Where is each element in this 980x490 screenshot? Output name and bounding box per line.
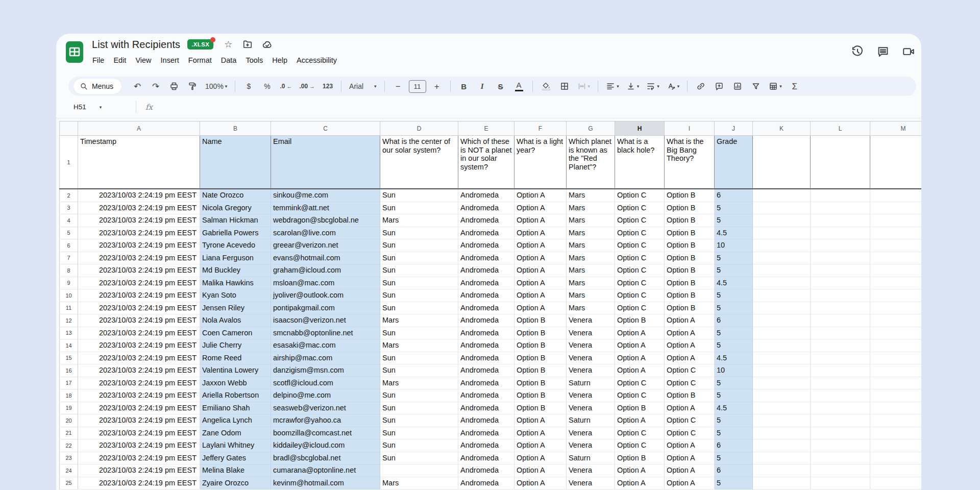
menu-insert[interactable]: Insert bbox=[156, 54, 184, 66]
cell-I17[interactable]: Option C bbox=[665, 377, 715, 390]
cell-D8[interactable]: Sun bbox=[380, 264, 458, 277]
cell-J7[interactable]: 5 bbox=[715, 252, 753, 265]
cell-I21[interactable]: Option C bbox=[665, 427, 715, 440]
cell-G6[interactable]: Mars bbox=[567, 239, 615, 252]
cell-H23[interactable]: Option B bbox=[615, 452, 665, 465]
column-header-K[interactable]: K bbox=[753, 121, 811, 136]
cell-A16[interactable]: 2023/10/03 2:24:19 pm EEST bbox=[78, 364, 200, 377]
cell-C24[interactable]: cumarana@optonline.net bbox=[271, 464, 380, 477]
column-header-M[interactable]: M bbox=[870, 121, 921, 136]
cell-J14[interactable]: 5 bbox=[715, 339, 753, 352]
cell-J13[interactable]: 5 bbox=[715, 327, 753, 340]
cell-L20[interactable] bbox=[811, 414, 870, 427]
cell-A9[interactable]: 2023/10/03 2:24:19 pm EEST bbox=[78, 277, 200, 290]
cell-K15[interactable] bbox=[753, 352, 811, 365]
cell-F9[interactable]: Option A bbox=[514, 277, 567, 290]
menu-edit[interactable]: Edit bbox=[109, 54, 131, 66]
cell-A1[interactable]: Timestamp bbox=[78, 136, 200, 188]
column-header-D[interactable]: D bbox=[380, 121, 458, 136]
cell-F18[interactable]: Option B bbox=[514, 389, 567, 402]
cell-I25[interactable]: Option A bbox=[665, 477, 715, 490]
cell-F8[interactable]: Option A bbox=[514, 264, 567, 277]
cell-H17[interactable]: Option C bbox=[615, 377, 665, 390]
cell-E16[interactable]: Andromeda bbox=[458, 364, 514, 377]
cell-E20[interactable]: Andromeda bbox=[458, 414, 514, 427]
cell-D25[interactable]: Mars bbox=[380, 477, 458, 490]
cell-E7[interactable]: Andromeda bbox=[458, 252, 514, 265]
cell-K20[interactable] bbox=[753, 414, 811, 427]
cell-C21[interactable]: boomzilla@comcast.net bbox=[271, 427, 380, 440]
cell-B20[interactable]: Angelica Lynch bbox=[200, 414, 271, 427]
star-icon[interactable]: ☆ bbox=[222, 38, 235, 51]
cell-A13[interactable]: 2023/10/03 2:24:19 pm EEST bbox=[78, 327, 200, 340]
cell-D22[interactable]: Sun bbox=[380, 439, 458, 452]
cell-D24[interactable] bbox=[380, 464, 458, 477]
column-header-B[interactable]: B bbox=[200, 121, 271, 136]
cell-C5[interactable]: scarolan@live.com bbox=[271, 227, 380, 240]
cell-H1[interactable]: What is a black hole? bbox=[615, 136, 665, 188]
cell-E17[interactable]: Andromeda bbox=[458, 377, 514, 390]
row-header-11[interactable]: 11 bbox=[59, 302, 78, 315]
cell-G25[interactable]: Venera bbox=[567, 477, 615, 490]
menus-search-button[interactable]: Menus bbox=[74, 79, 121, 94]
cell-A21[interactable]: 2023/10/03 2:24:19 pm EEST bbox=[78, 427, 200, 440]
cell-B12[interactable]: Nola Avalos bbox=[200, 314, 271, 327]
cell-A4[interactable]: 2023/10/03 2:24:19 pm EEST bbox=[78, 214, 200, 227]
cell-H11[interactable]: Option C bbox=[615, 302, 665, 315]
cell-D23[interactable]: Sun bbox=[380, 452, 458, 465]
cell-C6[interactable]: greear@verizon.net bbox=[271, 239, 380, 252]
cell-G16[interactable]: Venera bbox=[567, 364, 615, 377]
cell-L25[interactable] bbox=[811, 477, 870, 490]
cell-C3[interactable]: temmink@att.net bbox=[271, 202, 380, 215]
cell-E15[interactable]: Andromeda bbox=[458, 352, 514, 365]
cell-B2[interactable]: Nate Orozco bbox=[200, 189, 271, 202]
font-select[interactable]: Arial▾ bbox=[347, 79, 379, 94]
cell-A12[interactable]: 2023/10/03 2:24:19 pm EEST bbox=[78, 314, 200, 327]
column-header-C[interactable]: C bbox=[271, 121, 380, 136]
more-formats-button[interactable]: 123 bbox=[320, 79, 335, 94]
cell-H24[interactable]: Option A bbox=[615, 464, 665, 477]
cell-M19[interactable] bbox=[870, 402, 921, 415]
cell-L8[interactable] bbox=[811, 264, 870, 277]
cell-K24[interactable] bbox=[753, 464, 811, 477]
cell-H20[interactable]: Option A bbox=[615, 414, 665, 427]
cell-E13[interactable]: Andromeda bbox=[458, 327, 514, 340]
cell-J8[interactable]: 5 bbox=[715, 264, 753, 277]
row-header-21[interactable]: 21 bbox=[59, 427, 78, 440]
cell-J12[interactable]: 6 bbox=[715, 314, 753, 327]
cell-M7[interactable] bbox=[870, 252, 921, 265]
cell-M2[interactable] bbox=[870, 189, 921, 202]
text-wrap-button[interactable]: ▾ bbox=[644, 79, 662, 94]
decrease-font-size-button[interactable]: − bbox=[390, 79, 406, 94]
cell-I5[interactable]: Option B bbox=[665, 227, 715, 240]
cell-K21[interactable] bbox=[753, 427, 811, 440]
row-header-17[interactable]: 17 bbox=[59, 377, 78, 390]
cell-F12[interactable]: Option B bbox=[514, 314, 567, 327]
column-header-H[interactable]: H bbox=[615, 121, 665, 136]
cell-L24[interactable] bbox=[811, 464, 870, 477]
cell-G3[interactable]: Mars bbox=[567, 202, 615, 215]
cell-D7[interactable]: Sun bbox=[380, 252, 458, 265]
cell-J25[interactable]: 5 bbox=[715, 477, 753, 490]
version-history-icon[interactable] bbox=[850, 44, 865, 59]
cell-E8[interactable]: Andromeda bbox=[458, 264, 514, 277]
cell-B6[interactable]: Tyrone Acevedo bbox=[200, 239, 271, 252]
cell-B14[interactable]: Julie Cherry bbox=[200, 339, 271, 352]
increase-font-size-button[interactable]: + bbox=[429, 79, 445, 94]
fill-color-button[interactable] bbox=[538, 79, 554, 94]
cell-M20[interactable] bbox=[870, 414, 921, 427]
cell-E4[interactable]: Andromeda bbox=[458, 214, 514, 227]
cell-C13[interactable]: smcnabb@optonline.net bbox=[271, 327, 380, 340]
cell-L12[interactable] bbox=[811, 314, 870, 327]
column-header-I[interactable]: I bbox=[665, 121, 715, 136]
cell-L6[interactable] bbox=[811, 239, 870, 252]
cell-M14[interactable] bbox=[870, 339, 921, 352]
cell-M13[interactable] bbox=[870, 327, 921, 340]
cloud-saved-icon[interactable] bbox=[260, 38, 274, 51]
cell-H19[interactable]: Option B bbox=[615, 402, 665, 415]
cell-H9[interactable]: Option C bbox=[615, 277, 665, 290]
cell-I7[interactable]: Option B bbox=[665, 252, 715, 265]
row-header-22[interactable]: 22 bbox=[59, 439, 78, 452]
row-header-4[interactable]: 4 bbox=[59, 214, 78, 227]
cell-K16[interactable] bbox=[753, 364, 811, 377]
